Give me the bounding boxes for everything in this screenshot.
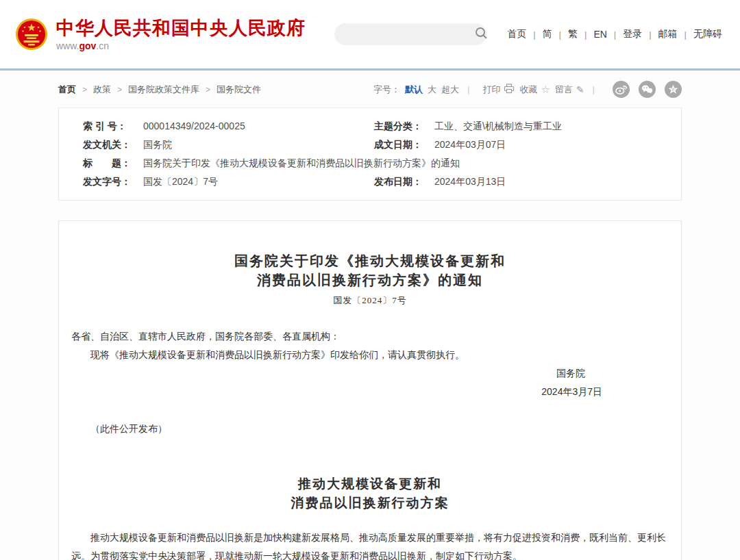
pencil-icon: ✎ bbox=[576, 84, 584, 95]
national-emblem-icon bbox=[15, 18, 48, 51]
font-size-large[interactable]: 大 bbox=[428, 84, 436, 96]
nav-home[interactable]: 首页 bbox=[504, 28, 529, 40]
plan-title: 推动大规模设备更新和 消费品以旧换新行动方案 bbox=[71, 474, 669, 513]
brand-text: 中华人民共和国中央人民政府 www.gov.cn bbox=[56, 18, 306, 51]
meta-topic-label: 主题分类： bbox=[374, 117, 434, 136]
metadata-row: 标 题： 国务院关于印发《推动大规模设备更新和消费品以旧换新行动方案》的通知 bbox=[59, 154, 681, 173]
meta-index-value: 000014349/2024-00025 bbox=[143, 117, 245, 136]
comment-button[interactable]: 留言 ✎ bbox=[555, 84, 584, 96]
nav-simplified[interactable]: 简 bbox=[540, 28, 555, 40]
toolbar-row: 首页 > 政策 > 国务院政策文件库 > 国务院文件 字号： 默认 大 超大 |… bbox=[58, 71, 682, 107]
breadcrumb-separator: > bbox=[117, 85, 122, 94]
meta-doc-no-value: 国发〔2024〕7号 bbox=[143, 173, 218, 191]
site-header: 中华人民共和国中央人民政府 www.gov.cn 首页 | 简 | 繁 | EN… bbox=[0, 0, 740, 71]
meta-title-value: 国务院关于印发《推动大规模设备更新和消费品以旧换新行动方案》的通知 bbox=[143, 154, 460, 173]
breadcrumb-state-council-docs[interactable]: 国务院文件 bbox=[217, 84, 261, 96]
meta-date-written-value: 2024年03月07日 bbox=[434, 136, 506, 154]
meta-topic-value: 工业、交通\机械制造与重工业 bbox=[434, 117, 562, 136]
toolbar-divider: | bbox=[593, 84, 595, 94]
site-brand[interactable]: 中华人民共和国中央人民政府 www.gov.cn bbox=[15, 18, 306, 51]
nav-separator: | bbox=[645, 29, 655, 40]
page-tools: 字号： 默认 大 超大 | 打印 收藏 ☆ 留言 bbox=[369, 81, 682, 98]
meta-title-label: 标 题： bbox=[83, 154, 143, 173]
favorite-button[interactable]: 收藏 ☆ bbox=[519, 84, 550, 96]
metadata-row: 发文机关： 国务院 成文日期： 2024年03月07日 bbox=[59, 136, 681, 154]
search-box[interactable] bbox=[334, 23, 486, 45]
salutation-paragraph: 各省、自治区、直辖市人民政府，国务院各部委、各直属机构： bbox=[71, 327, 669, 346]
nav-separator: | bbox=[610, 29, 620, 40]
document-title: 国务院关于印发《推动大规模设备更新和 消费品以旧换新行动方案》的通知 bbox=[71, 251, 669, 290]
meta-date-pub-value: 2024年03月13日 bbox=[434, 173, 506, 191]
nav-separator: | bbox=[555, 29, 565, 40]
search-button[interactable] bbox=[475, 27, 496, 42]
metadata-row: 发文字号： 国发〔2024〕7号 发布日期： 2024年03月13日 bbox=[59, 173, 681, 191]
breadcrumb: 首页 > 政策 > 国务院政策文件库 > 国务院文件 bbox=[58, 84, 261, 96]
breadcrumb-separator: > bbox=[82, 85, 87, 94]
nav-mailbox[interactable]: 邮箱 bbox=[656, 28, 680, 40]
qzone-share-button[interactable] bbox=[665, 81, 682, 98]
font-size-default[interactable]: 默认 bbox=[405, 84, 423, 96]
nav-separator: | bbox=[680, 29, 691, 40]
breadcrumb-separator: > bbox=[206, 85, 210, 94]
meta-agency-value: 国务院 bbox=[143, 136, 172, 154]
search-icon bbox=[475, 27, 488, 42]
nav-traditional[interactable]: 繁 bbox=[565, 28, 580, 40]
print-button[interactable]: 打印 bbox=[482, 84, 515, 96]
star-icon: ☆ bbox=[541, 84, 550, 96]
search-input[interactable] bbox=[334, 25, 475, 44]
top-nav: 首页 | 简 | 繁 | EN | 登录 | 邮箱 | 无障碍 bbox=[504, 28, 725, 40]
public-release-note: （此件公开发布） bbox=[71, 420, 669, 438]
nav-english[interactable]: EN bbox=[591, 29, 609, 40]
nav-accessibility[interactable]: 无障碍 bbox=[691, 28, 725, 40]
signature-name: 国务院 bbox=[71, 364, 585, 383]
nav-login[interactable]: 登录 bbox=[620, 28, 645, 40]
meta-date-written-label: 成文日期： bbox=[374, 136, 434, 154]
metadata-row: 索 引 号： 000014349/2024-00025 主题分类： 工业、交通\… bbox=[59, 117, 681, 136]
signature-date: 2024年3月7日 bbox=[71, 383, 602, 401]
nav-separator: | bbox=[529, 29, 539, 40]
font-size-xlarge[interactable]: 超大 bbox=[441, 84, 459, 96]
share-icons bbox=[613, 81, 682, 98]
meta-index-label: 索 引 号： bbox=[83, 117, 143, 136]
document-metadata-box: 索 引 号： 000014349/2024-00025 主题分类： 工业、交通\… bbox=[58, 107, 682, 201]
breadcrumb-policy-library[interactable]: 国务院政策文件库 bbox=[128, 84, 199, 96]
printer-icon bbox=[504, 84, 515, 96]
site-title: 中华人民共和国中央人民政府 bbox=[56, 18, 306, 38]
breadcrumb-home[interactable]: 首页 bbox=[58, 84, 76, 96]
header-right: 首页 | 简 | 繁 | EN | 登录 | 邮箱 | 无障碍 bbox=[334, 23, 725, 45]
wechat-share-button[interactable] bbox=[639, 81, 656, 98]
breadcrumb-policy[interactable]: 政策 bbox=[93, 84, 111, 96]
toolbar-divider: | bbox=[467, 84, 469, 94]
plan-intro-paragraph: 推动大规模设备更新和消费品以旧换新是加快构建新发展格局、推动高质量发展的重要举措… bbox=[71, 529, 669, 560]
body-paragraph: 现将《推动大规模设备更新和消费品以旧换新行动方案》印发给你们，请认真贯彻执行。 bbox=[71, 346, 669, 364]
site-url: www.gov.cn bbox=[56, 40, 306, 51]
document-number: 国发〔2024〕7号 bbox=[71, 294, 669, 307]
document-body-box: 国务院关于印发《推动大规模设备更新和 消费品以旧换新行动方案》的通知 国发〔20… bbox=[58, 220, 682, 560]
meta-doc-no-label: 发文字号： bbox=[83, 173, 143, 191]
nav-separator: | bbox=[580, 29, 591, 40]
meta-agency-label: 发文机关： bbox=[83, 136, 143, 154]
font-size-label: 字号： bbox=[373, 84, 400, 96]
meta-date-pub-label: 发布日期： bbox=[374, 173, 434, 191]
weibo-share-button[interactable] bbox=[613, 81, 630, 98]
